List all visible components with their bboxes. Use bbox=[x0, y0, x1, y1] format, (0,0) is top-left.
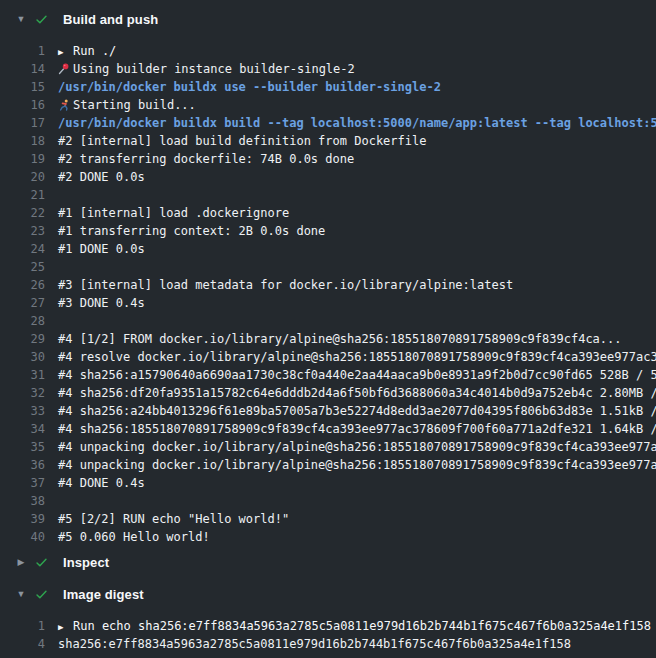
line-content: #3 [internal] load metadata for docker.i… bbox=[45, 276, 656, 294]
line-content: #4 DONE 0.4s bbox=[45, 474, 656, 492]
log-line: 38 bbox=[0, 492, 656, 510]
line-number[interactable]: 29 bbox=[0, 330, 45, 348]
log-line: 30 #4 resolve docker.io/library/alpine@s… bbox=[0, 348, 656, 366]
line-number[interactable]: 23 bbox=[0, 222, 45, 240]
line-number[interactable]: 31 bbox=[0, 366, 45, 384]
line-content: #2 transferring dockerfile: 74B 0.0s don… bbox=[45, 150, 656, 168]
log-line: 33 #4 sha256:a24bb4013296f61e89ba57005a7… bbox=[0, 402, 656, 420]
check-icon bbox=[35, 556, 53, 569]
section-title: Inspect bbox=[63, 555, 109, 570]
section-header-build-and-push[interactable]: ▼ Build and push bbox=[0, 5, 656, 33]
log-section: ▶ Inspect bbox=[0, 548, 656, 576]
line-number[interactable]: 27 bbox=[0, 294, 45, 312]
log-line: 22 #1 [internal] load .dockerignore bbox=[0, 204, 656, 222]
line-content: #4 unpacking docker.io/library/alpine@sh… bbox=[45, 456, 656, 474]
line-number[interactable]: 37 bbox=[0, 474, 45, 492]
check-icon bbox=[35, 13, 53, 26]
log-viewer: ▼ Build and push 1 ▶Run ./ 14 Using buil… bbox=[0, 5, 656, 655]
log-line: 14 Using builder instance builder-single… bbox=[0, 60, 656, 78]
line-number[interactable]: 34 bbox=[0, 420, 45, 438]
line-content: #4 sha256:185518070891758909c9f839cf4ca3… bbox=[45, 420, 656, 438]
line-number[interactable]: 22 bbox=[0, 204, 45, 222]
log-line: 29 #4 [1/2] FROM docker.io/library/alpin… bbox=[0, 330, 656, 348]
section-header-inspect[interactable]: ▶ Inspect bbox=[0, 548, 656, 576]
line-number[interactable]: 33 bbox=[0, 402, 45, 420]
log-section: ▼ Build and push 1 ▶Run ./ 14 Using buil… bbox=[0, 5, 656, 548]
line-content bbox=[45, 258, 656, 276]
line-content bbox=[45, 186, 656, 204]
line-number[interactable]: 40 bbox=[0, 528, 45, 546]
log-line: 18 #2 [internal] load build definition f… bbox=[0, 132, 656, 150]
log-line[interactable]: 1 ▶Run ./ bbox=[0, 42, 656, 60]
line-content: #4 sha256:a15790640a6690aa1730c38cf0a440… bbox=[45, 366, 656, 384]
section-header-image-digest[interactable]: ▼ Image digest bbox=[0, 580, 656, 608]
line-content: #4 [1/2] FROM docker.io/library/alpine@s… bbox=[45, 330, 656, 348]
line-number[interactable]: 4 bbox=[0, 635, 45, 653]
line-content: #1 transferring context: 2B 0.0s done bbox=[45, 222, 656, 240]
log-lines: 1 ▶Run echo sha256:e7ff8834a5963a2785c5a… bbox=[0, 608, 656, 655]
line-content: #2 [internal] load build definition from… bbox=[45, 132, 656, 150]
line-number[interactable]: 17 bbox=[0, 114, 45, 132]
log-line: 27 #3 DONE 0.4s bbox=[0, 294, 656, 312]
line-number[interactable]: 30 bbox=[0, 348, 45, 366]
line-number[interactable]: 28 bbox=[0, 312, 45, 330]
section-title: Build and push bbox=[63, 12, 158, 27]
line-number[interactable]: 20 bbox=[0, 168, 45, 186]
runner-icon bbox=[58, 97, 73, 115]
line-number[interactable]: 16 bbox=[0, 96, 45, 114]
line-number[interactable]: 39 bbox=[0, 510, 45, 528]
line-number[interactable]: 1 bbox=[0, 42, 45, 60]
line-content: /usr/bin/docker buildx build --tag local… bbox=[45, 114, 656, 132]
log-line: 23 #1 transferring context: 2B 0.0s done bbox=[0, 222, 656, 240]
log-line: 19 #2 transferring dockerfile: 74B 0.0s … bbox=[0, 150, 656, 168]
line-number[interactable]: 1 bbox=[0, 617, 45, 635]
log-line: 4 sha256:e7ff8834a5963a2785c5a0811e979d1… bbox=[0, 635, 656, 653]
line-number[interactable]: 24 bbox=[0, 240, 45, 258]
log-line: 36 #4 unpacking docker.io/library/alpine… bbox=[0, 456, 656, 474]
log-line: 17 /usr/bin/docker buildx build --tag lo… bbox=[0, 114, 656, 132]
log-line: 35 #4 unpacking docker.io/library/alpine… bbox=[0, 438, 656, 456]
chevron-down-icon: ▼ bbox=[10, 5, 32, 33]
line-number[interactable]: 26 bbox=[0, 276, 45, 294]
line-content bbox=[45, 492, 656, 510]
line-number[interactable]: 35 bbox=[0, 438, 45, 456]
log-line[interactable]: 1 ▶Run echo sha256:e7ff8834a5963a2785c5a… bbox=[0, 617, 656, 635]
line-number[interactable]: 32 bbox=[0, 384, 45, 402]
line-content: sha256:e7ff8834a5963a2785c5a0811e979d16b… bbox=[45, 635, 656, 653]
line-number[interactable]: 15 bbox=[0, 78, 45, 96]
line-content: ▶Run ./ bbox=[45, 42, 656, 60]
log-line: 24 #1 DONE 0.0s bbox=[0, 240, 656, 258]
check-icon bbox=[35, 588, 53, 601]
log-line: 16 Starting build... bbox=[0, 96, 656, 114]
line-content: #5 0.060 Hello world! bbox=[45, 528, 656, 546]
chevron-down-icon: ▼ bbox=[10, 580, 32, 608]
line-content: Using builder instance builder-single-2 bbox=[45, 60, 656, 78]
line-content: Starting build... bbox=[45, 96, 656, 114]
line-number[interactable]: 14 bbox=[0, 60, 45, 78]
line-number[interactable]: 21 bbox=[0, 186, 45, 204]
line-number[interactable]: 38 bbox=[0, 492, 45, 510]
line-content bbox=[45, 312, 656, 330]
expand-group-icon: ▶ bbox=[58, 43, 73, 60]
log-line: 31 #4 sha256:a15790640a6690aa1730c38cf0a… bbox=[0, 366, 656, 384]
log-line: 39 #5 [2/2] RUN echo "Hello world!" bbox=[0, 510, 656, 528]
expand-group-icon: ▶ bbox=[58, 618, 73, 635]
line-number[interactable]: 19 bbox=[0, 150, 45, 168]
line-number[interactable]: 18 bbox=[0, 132, 45, 150]
log-line: 28 bbox=[0, 312, 656, 330]
log-line: 20 #2 DONE 0.0s bbox=[0, 168, 656, 186]
chevron-right-icon: ▶ bbox=[10, 548, 32, 576]
line-content: #4 sha256:a24bb4013296f61e89ba57005a7b3e… bbox=[45, 402, 656, 420]
log-line: 40 #5 0.060 Hello world! bbox=[0, 528, 656, 546]
section-title: Image digest bbox=[63, 587, 144, 602]
pushpin-icon bbox=[58, 61, 73, 79]
log-section: ▼ Image digest 1 ▶Run echo sha256:e7ff88… bbox=[0, 580, 656, 655]
log-lines: 1 ▶Run ./ 14 Using builder instance buil… bbox=[0, 33, 656, 548]
log-line: 26 #3 [internal] load metadata for docke… bbox=[0, 276, 656, 294]
line-number[interactable]: 25 bbox=[0, 258, 45, 276]
line-number[interactable]: 36 bbox=[0, 456, 45, 474]
line-content: #4 sha256:df20fa9351a15782c64e6dddb2d4a6… bbox=[45, 384, 656, 402]
line-content: #1 DONE 0.0s bbox=[45, 240, 656, 258]
line-content: #4 unpacking docker.io/library/alpine@sh… bbox=[45, 438, 656, 456]
line-content: #3 DONE 0.4s bbox=[45, 294, 656, 312]
